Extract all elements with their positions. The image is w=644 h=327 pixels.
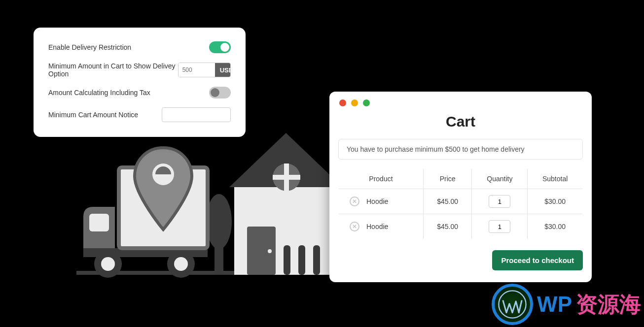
product-name: Hoodie (366, 197, 388, 205)
svg-rect-7 (284, 164, 289, 191)
svg-rect-10 (284, 245, 290, 275)
cart-notice: You have to purchase minimum $500 to get… (338, 139, 583, 160)
row-enable-restriction: Enable Delivery Restriction (48, 41, 231, 53)
watermark: WP资源海 (492, 284, 641, 325)
product-subtotal: $30.00 (528, 189, 583, 214)
product-name: Hoodie (366, 223, 388, 230)
row-notice: Minimum Cart Amount Notice (48, 107, 231, 122)
watermark-text-cn: 资源海 (576, 290, 641, 319)
window-traffic-lights (329, 92, 592, 111)
svg-rect-12 (313, 245, 320, 275)
svg-point-16 (174, 257, 188, 271)
row-min-amount: Minimum Amount in Cart to Show Delivey O… (48, 62, 231, 78)
remove-item-button[interactable]: ✕ (350, 196, 359, 206)
table-row: ✕ Hoodie $45.00 $30.00 (339, 214, 583, 239)
table-row: ✕ Hoodie $45.00 $30.00 (339, 189, 583, 214)
col-product: Product (339, 169, 424, 189)
table-header-row: Product Price Quantity Subtotal (339, 169, 583, 189)
min-amount-input[interactable] (179, 63, 215, 77)
svg-rect-11 (298, 245, 305, 275)
quantity-input[interactable] (489, 220, 510, 233)
svg-rect-18 (89, 214, 109, 231)
col-subtotal: Subtotal (528, 169, 583, 189)
cart-window: Cart You have to purchase minimum $500 t… (329, 92, 592, 282)
remove-item-button[interactable]: ✕ (350, 222, 359, 231)
enable-restriction-toggle[interactable] (209, 41, 231, 53)
col-quantity: Quantity (472, 169, 528, 189)
include-tax-label: Amount Calculating Including Tax (48, 89, 150, 97)
svg-point-21 (499, 291, 526, 318)
svg-point-2 (206, 194, 232, 249)
enable-restriction-label: Enable Delivery Restriction (48, 43, 131, 51)
proceed-to-checkout-button[interactable]: Proceed to checkout (492, 250, 583, 270)
settings-panel: Enable Delivery Restriction Minimum Amou… (34, 28, 246, 137)
include-tax-toggle[interactable] (209, 87, 231, 98)
product-price: $45.00 (423, 189, 472, 214)
cart-table: Product Price Quantity Subtotal ✕ Hoodie… (338, 168, 583, 239)
minimize-icon[interactable] (351, 99, 358, 106)
close-icon[interactable] (339, 99, 346, 106)
wordpress-logo-icon (492, 284, 533, 325)
min-amount-label: Minimum Amount in Cart to Show Delivey O… (48, 62, 178, 78)
product-subtotal: $30.00 (528, 214, 583, 239)
svg-point-9 (268, 249, 272, 253)
min-amount-input-group: USD (178, 63, 231, 77)
quantity-input[interactable] (489, 195, 510, 208)
notice-input[interactable] (162, 107, 231, 122)
notice-label: Minimum Cart Amount Notice (48, 111, 138, 119)
product-price: $45.00 (423, 214, 472, 239)
row-include-tax: Amount Calculating Including Tax (48, 87, 231, 98)
min-amount-currency: USD (215, 63, 231, 77)
svg-point-14 (101, 257, 115, 271)
delivery-illustration (76, 113, 343, 291)
col-price: Price (423, 169, 472, 189)
watermark-text-wp: WP (537, 292, 572, 317)
checkout-row: Proceed to checkout (329, 239, 592, 282)
maximize-icon[interactable] (363, 99, 370, 106)
cart-title: Cart (329, 113, 592, 130)
